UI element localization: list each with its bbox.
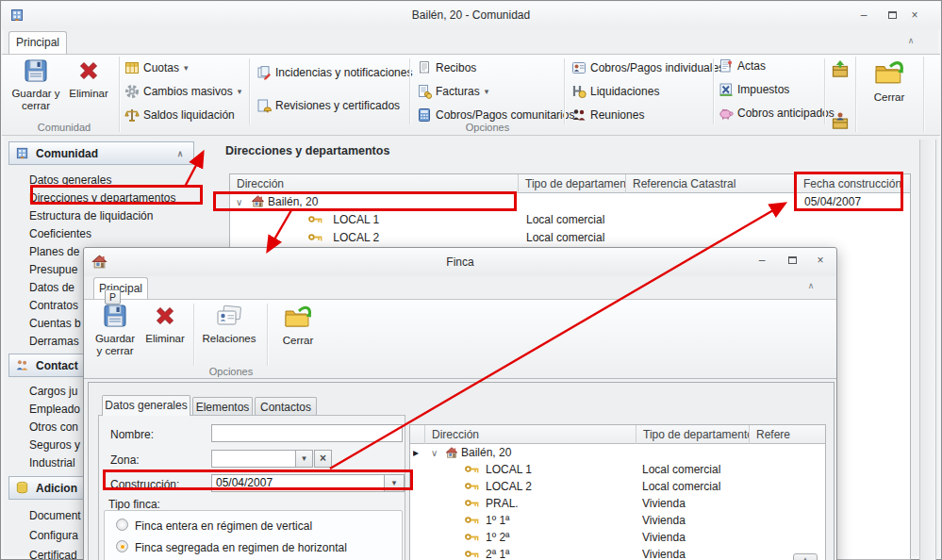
row-tipo: Local comercial bbox=[642, 461, 746, 478]
row-tipo bbox=[642, 444, 746, 461]
dialog-close-finca-button[interactable]: Cerrar bbox=[273, 304, 323, 360]
dialog-ribbon-collapse-icon[interactable]: ∧ bbox=[802, 280, 819, 293]
tab-contactos[interactable]: Contactos bbox=[255, 397, 317, 417]
sidebar-item-estructura[interactable]: Estructura de liquidación bbox=[8, 207, 194, 225]
ribbon-item-label: Cuotas bbox=[143, 61, 179, 74]
keytip-badge: P bbox=[105, 289, 121, 305]
documents-pencil-icon bbox=[256, 65, 272, 80]
table-row[interactable]: 1º 1ª Vivienda bbox=[410, 512, 825, 529]
construccion-input[interactable]: 05/04/2007 bbox=[211, 474, 385, 492]
tab-elementos[interactable]: Elementos bbox=[192, 397, 253, 417]
table-row[interactable]: 1º 2ª Vivienda bbox=[410, 529, 825, 546]
ribbon-item-label: Incidencias y notificaciones bbox=[275, 66, 412, 79]
scroll-up-icon: ▲ bbox=[802, 555, 809, 560]
person-card-icon bbox=[571, 60, 587, 75]
minimize-icon: – bbox=[861, 8, 868, 22]
key-icon bbox=[308, 215, 322, 223]
scroll-up-button[interactable]: ▲ bbox=[793, 553, 818, 560]
house-icon bbox=[251, 194, 265, 208]
dialog-save-close-button[interactable]: Guardar y cerrar bbox=[91, 304, 139, 366]
table-row[interactable]: PRAL. Vivienda bbox=[410, 495, 825, 512]
row-fecha bbox=[804, 229, 904, 247]
sidebar-header-comunidad[interactable]: Comunidad ∧ bbox=[8, 141, 194, 165]
dialog-minimize-button[interactable]: – bbox=[752, 254, 772, 269]
ribbon-item-recibos[interactable]: Recibos bbox=[417, 59, 476, 76]
ribbon-item-actas[interactable]: Actas bbox=[719, 58, 766, 74]
dialog-close-button[interactable]: × bbox=[810, 254, 831, 269]
save-icon bbox=[103, 304, 127, 328]
zona-clear-button[interactable]: × bbox=[314, 450, 332, 468]
ribbon-item-label: Cobros/Pagos individuales bbox=[590, 61, 724, 74]
building-icon bbox=[15, 146, 29, 160]
column-header-tipo[interactable]: Tipo de departamento bbox=[519, 174, 626, 193]
ribbon-item-label: Revisiones y certificados bbox=[275, 99, 400, 112]
column-header-direccion[interactable]: Dirección bbox=[425, 425, 636, 444]
expand-icon[interactable]: ∨ bbox=[431, 448, 438, 458]
table-row[interactable]: 2ª 1ª Vivienda bbox=[410, 546, 825, 560]
radio-finca-segregada[interactable] bbox=[116, 540, 128, 552]
zona-label: Zona: bbox=[110, 453, 140, 467]
construccion-dropdown-button[interactable]: ▾ bbox=[384, 474, 405, 492]
ribbon-item-label: Cobros/Pagos comunitarios bbox=[436, 108, 574, 122]
clear-icon: × bbox=[320, 452, 326, 465]
tab-datos-generales[interactable]: Datos generales bbox=[102, 395, 190, 416]
table-row[interactable]: ∨ Bailén, 20 05/04/2007 bbox=[230, 193, 910, 211]
row-tipo: Local comercial bbox=[642, 478, 746, 495]
column-separator bbox=[249, 58, 250, 124]
sidebar-item-datos-generales[interactable]: Datos generales bbox=[8, 172, 194, 189]
small-tool-button-archive-up[interactable] bbox=[831, 59, 851, 80]
ribbon-item-cobros-individuales[interactable]: Cobros/Pagos individuales bbox=[571, 59, 724, 76]
radio-finca-segregada-label: Finca segregada en regimen de horizontal bbox=[135, 541, 347, 554]
ribbon-item-incidencias[interactable]: Incidencias y notificaciones bbox=[256, 64, 412, 81]
dialog-delete-button[interactable]: Eliminar bbox=[142, 304, 188, 366]
sidebar-item-direcciones[interactable]: Direcciones y departamentos bbox=[8, 189, 194, 207]
window-title: Bailén, 20 - Comunidad bbox=[2, 8, 940, 22]
ribbon-item-revisiones[interactable]: Revisiones y certificados bbox=[256, 97, 400, 114]
ribbon-item-liquidaciones[interactable]: Liquidaciones bbox=[571, 83, 659, 100]
collapse-icon: ∧ bbox=[172, 148, 189, 161]
save-icon bbox=[24, 58, 48, 83]
table-row[interactable]: LOCAL 1 Local comercial bbox=[230, 211, 910, 229]
save-close-button[interactable]: Guardar y cerrar bbox=[11, 58, 60, 123]
close-button[interactable]: × bbox=[904, 8, 925, 24]
ribbon-item-cuotas[interactable]: Cuotas▾ bbox=[124, 59, 189, 76]
close-community-button[interactable]: Cerrar bbox=[860, 58, 918, 124]
column-header-direccion[interactable]: Dirección bbox=[230, 174, 519, 193]
table-row[interactable]: LOCAL 1 Local comercial bbox=[410, 461, 825, 478]
nombre-input[interactable] bbox=[211, 424, 403, 442]
main-ribbon: Guardar y cerrar Eliminar Comunidad Cuot… bbox=[2, 54, 940, 136]
tab-principal[interactable]: Principal bbox=[8, 31, 67, 54]
zona-input[interactable] bbox=[211, 450, 296, 468]
table-row[interactable]: ▸ ∨ Bailén, 20 bbox=[410, 444, 825, 461]
scale-icon bbox=[124, 107, 140, 123]
dialog-relaciones-button[interactable]: Relaciones bbox=[199, 304, 259, 360]
page-title: Direcciones y departamentos bbox=[225, 144, 389, 157]
ribbon-item-cobros-anticipados[interactable]: Cobros anticipados bbox=[719, 105, 835, 122]
dialog-group-label-opciones: Opciones bbox=[195, 366, 267, 377]
zona-dropdown-button[interactable]: ▾ bbox=[295, 450, 313, 468]
ribbon-item-impuestos[interactable]: Impuestos bbox=[719, 81, 789, 98]
maximize-button[interactable] bbox=[882, 8, 902, 24]
ribbon-item-cambios-masivos[interactable]: Cambios masivos▾ bbox=[124, 83, 241, 100]
row-tipo: Local comercial bbox=[526, 229, 620, 247]
row-direccion: Bailén, 20 bbox=[461, 446, 511, 459]
delete-button[interactable]: Eliminar bbox=[64, 58, 113, 123]
dialog-tab-principal[interactable]: Principal bbox=[93, 277, 148, 299]
ribbon-item-facturas[interactable]: Facturas▾ bbox=[417, 83, 488, 100]
table-row[interactable]: LOCAL 2 Local comercial bbox=[230, 229, 910, 247]
expand-icon[interactable]: ∨ bbox=[236, 197, 242, 207]
column-header-referencia[interactable]: Refere bbox=[750, 425, 825, 444]
radio-finca-entera[interactable] bbox=[116, 519, 128, 531]
column-header-fecha[interactable]: Fecha construcción bbox=[797, 174, 910, 193]
dialog-maximize-button[interactable] bbox=[782, 254, 802, 269]
column-header-tipo[interactable]: Tipo de departamento bbox=[636, 425, 750, 444]
sidebar-item-coeficientes[interactable]: Coeficientes bbox=[8, 225, 194, 243]
column-header-referencia[interactable]: Referencia Catastral bbox=[626, 174, 797, 193]
row-fecha: 05/04/2007 bbox=[804, 193, 904, 211]
row-indicator-icon: ▸ bbox=[413, 444, 425, 461]
ribbon-collapse-icon[interactable]: ∧ bbox=[902, 35, 919, 48]
ribbon-item-label: Cambios masivos bbox=[143, 85, 233, 98]
table-row[interactable]: LOCAL 2 Local comercial bbox=[410, 478, 825, 495]
document-pin-icon bbox=[719, 58, 734, 74]
minimize-button[interactable]: – bbox=[853, 8, 874, 24]
